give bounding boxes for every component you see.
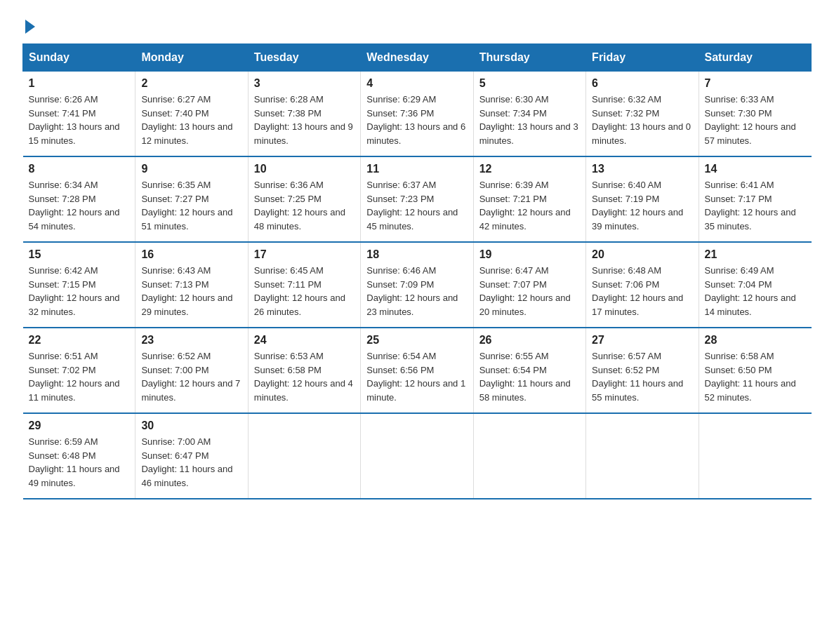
day-number: 22 bbox=[29, 334, 130, 347]
day-number: 13 bbox=[592, 163, 692, 175]
day-info: Sunrise: 6:36 AMSunset: 7:25 PMDaylight:… bbox=[254, 178, 355, 233]
day-cell: 21 Sunrise: 6:49 AMSunset: 7:04 PMDaylig… bbox=[699, 242, 811, 328]
day-info: Sunrise: 6:47 AMSunset: 7:07 PMDaylight:… bbox=[479, 264, 580, 318]
day-info: Sunrise: 6:46 AMSunset: 7:09 PMDaylight:… bbox=[366, 264, 467, 318]
day-cell: 28 Sunrise: 6:58 AMSunset: 6:50 PMDaylig… bbox=[699, 328, 811, 413]
week-row-5: 29 Sunrise: 6:59 AMSunset: 6:48 PMDaylig… bbox=[23, 413, 812, 499]
day-number: 7 bbox=[705, 77, 806, 90]
day-cell: 8 Sunrise: 6:34 AMSunset: 7:28 PMDayligh… bbox=[23, 156, 135, 242]
day-info: Sunrise: 6:37 AMSunset: 7:23 PMDaylight:… bbox=[366, 178, 467, 233]
day-number: 12 bbox=[479, 163, 580, 175]
day-info: Sunrise: 6:45 AMSunset: 7:11 PMDaylight:… bbox=[254, 264, 355, 318]
day-cell: 17 Sunrise: 6:45 AMSunset: 7:11 PMDaylig… bbox=[248, 242, 360, 328]
day-number: 3 bbox=[254, 77, 355, 90]
day-number: 10 bbox=[254, 163, 355, 175]
day-cell: 5 Sunrise: 6:30 AMSunset: 7:34 PMDayligh… bbox=[473, 72, 585, 157]
day-info: Sunrise: 6:35 AMSunset: 7:27 PMDaylight:… bbox=[141, 178, 241, 233]
day-number: 5 bbox=[479, 77, 580, 90]
day-info: Sunrise: 6:51 AMSunset: 7:02 PMDaylight:… bbox=[29, 349, 130, 404]
page-header bbox=[22, 17, 812, 31]
day-number: 1 bbox=[29, 77, 130, 90]
day-info: Sunrise: 7:00 AMSunset: 6:47 PMDaylight:… bbox=[141, 435, 241, 490]
day-info: Sunrise: 6:33 AMSunset: 7:30 PMDaylight:… bbox=[705, 93, 806, 147]
day-info: Sunrise: 6:59 AMSunset: 6:48 PMDaylight:… bbox=[29, 435, 130, 490]
day-cell: 27 Sunrise: 6:57 AMSunset: 6:52 PMDaylig… bbox=[586, 328, 699, 413]
week-row-3: 15 Sunrise: 6:42 AMSunset: 7:15 PMDaylig… bbox=[23, 242, 812, 328]
day-info: Sunrise: 6:42 AMSunset: 7:15 PMDaylight:… bbox=[29, 264, 130, 318]
week-row-2: 8 Sunrise: 6:34 AMSunset: 7:28 PMDayligh… bbox=[23, 156, 812, 242]
day-cell: 19 Sunrise: 6:47 AMSunset: 7:07 PMDaylig… bbox=[473, 242, 585, 328]
day-cell: 13 Sunrise: 6:40 AMSunset: 7:19 PMDaylig… bbox=[586, 156, 699, 242]
day-info: Sunrise: 6:43 AMSunset: 7:13 PMDaylight:… bbox=[141, 264, 241, 318]
header-cell-sunday: Sunday bbox=[23, 44, 135, 72]
day-cell: 9 Sunrise: 6:35 AMSunset: 7:27 PMDayligh… bbox=[135, 156, 248, 242]
day-info: Sunrise: 6:41 AMSunset: 7:17 PMDaylight:… bbox=[705, 178, 806, 233]
day-cell: 11 Sunrise: 6:37 AMSunset: 7:23 PMDaylig… bbox=[361, 156, 473, 242]
day-cell: 14 Sunrise: 6:41 AMSunset: 7:17 PMDaylig… bbox=[699, 156, 811, 242]
day-cell: 26 Sunrise: 6:55 AMSunset: 6:54 PMDaylig… bbox=[473, 328, 585, 413]
day-number: 20 bbox=[592, 248, 692, 261]
day-info: Sunrise: 6:28 AMSunset: 7:38 PMDaylight:… bbox=[254, 93, 355, 147]
day-number: 27 bbox=[592, 334, 692, 347]
day-cell: 4 Sunrise: 6:29 AMSunset: 7:36 PMDayligh… bbox=[361, 72, 473, 157]
day-number: 11 bbox=[366, 163, 467, 175]
day-cell: 25 Sunrise: 6:54 AMSunset: 6:56 PMDaylig… bbox=[361, 328, 473, 413]
day-number: 4 bbox=[366, 77, 467, 90]
day-cell: 7 Sunrise: 6:33 AMSunset: 7:30 PMDayligh… bbox=[699, 72, 811, 157]
day-info: Sunrise: 6:58 AMSunset: 6:50 PMDaylight:… bbox=[705, 349, 806, 404]
day-info: Sunrise: 6:48 AMSunset: 7:06 PMDaylight:… bbox=[592, 264, 692, 318]
header-cell-monday: Monday bbox=[135, 44, 248, 72]
day-cell: 1 Sunrise: 6:26 AMSunset: 7:41 PMDayligh… bbox=[23, 72, 135, 157]
day-number: 2 bbox=[141, 77, 241, 90]
day-cell bbox=[586, 413, 699, 499]
day-number: 9 bbox=[141, 163, 241, 175]
day-cell bbox=[699, 413, 811, 499]
header-cell-friday: Friday bbox=[586, 44, 699, 72]
day-number: 15 bbox=[29, 248, 130, 261]
day-info: Sunrise: 6:55 AMSunset: 6:54 PMDaylight:… bbox=[479, 349, 580, 404]
calendar-table: SundayMondayTuesdayWednesdayThursdayFrid… bbox=[22, 43, 812, 499]
day-number: 17 bbox=[254, 248, 355, 261]
day-number: 14 bbox=[705, 163, 806, 175]
day-number: 18 bbox=[366, 248, 467, 261]
day-info: Sunrise: 6:27 AMSunset: 7:40 PMDaylight:… bbox=[141, 93, 241, 147]
day-number: 25 bbox=[366, 334, 467, 347]
day-info: Sunrise: 6:54 AMSunset: 6:56 PMDaylight:… bbox=[366, 349, 467, 404]
logo bbox=[22, 17, 35, 31]
day-cell bbox=[473, 413, 585, 499]
day-cell: 29 Sunrise: 6:59 AMSunset: 6:48 PMDaylig… bbox=[23, 413, 135, 499]
week-row-1: 1 Sunrise: 6:26 AMSunset: 7:41 PMDayligh… bbox=[23, 72, 812, 157]
day-number: 6 bbox=[592, 77, 692, 90]
day-info: Sunrise: 6:29 AMSunset: 7:36 PMDaylight:… bbox=[366, 93, 467, 147]
day-info: Sunrise: 6:40 AMSunset: 7:19 PMDaylight:… bbox=[592, 178, 692, 233]
day-cell: 12 Sunrise: 6:39 AMSunset: 7:21 PMDaylig… bbox=[473, 156, 585, 242]
day-cell: 3 Sunrise: 6:28 AMSunset: 7:38 PMDayligh… bbox=[248, 72, 360, 157]
day-number: 29 bbox=[29, 420, 130, 432]
day-cell: 10 Sunrise: 6:36 AMSunset: 7:25 PMDaylig… bbox=[248, 156, 360, 242]
day-number: 16 bbox=[141, 248, 241, 261]
day-number: 28 bbox=[705, 334, 806, 347]
day-cell: 23 Sunrise: 6:52 AMSunset: 7:00 PMDaylig… bbox=[135, 328, 248, 413]
header-cell-thursday: Thursday bbox=[473, 44, 585, 72]
header-cell-tuesday: Tuesday bbox=[248, 44, 360, 72]
header-row: SundayMondayTuesdayWednesdayThursdayFrid… bbox=[23, 44, 812, 72]
day-info: Sunrise: 6:52 AMSunset: 7:00 PMDaylight:… bbox=[141, 349, 241, 404]
day-number: 26 bbox=[479, 334, 580, 347]
day-cell: 22 Sunrise: 6:51 AMSunset: 7:02 PMDaylig… bbox=[23, 328, 135, 413]
day-info: Sunrise: 6:57 AMSunset: 6:52 PMDaylight:… bbox=[592, 349, 692, 404]
day-cell: 20 Sunrise: 6:48 AMSunset: 7:06 PMDaylig… bbox=[586, 242, 699, 328]
day-info: Sunrise: 6:32 AMSunset: 7:32 PMDaylight:… bbox=[592, 93, 692, 147]
day-info: Sunrise: 6:34 AMSunset: 7:28 PMDaylight:… bbox=[29, 178, 130, 233]
day-number: 21 bbox=[705, 248, 806, 261]
day-cell: 15 Sunrise: 6:42 AMSunset: 7:15 PMDaylig… bbox=[23, 242, 135, 328]
day-cell bbox=[248, 413, 360, 499]
day-number: 19 bbox=[479, 248, 580, 261]
day-cell bbox=[361, 413, 473, 499]
day-number: 24 bbox=[254, 334, 355, 347]
day-number: 23 bbox=[141, 334, 241, 347]
week-row-4: 22 Sunrise: 6:51 AMSunset: 7:02 PMDaylig… bbox=[23, 328, 812, 413]
day-cell: 16 Sunrise: 6:43 AMSunset: 7:13 PMDaylig… bbox=[135, 242, 248, 328]
day-info: Sunrise: 6:53 AMSunset: 6:58 PMDaylight:… bbox=[254, 349, 355, 404]
day-info: Sunrise: 6:49 AMSunset: 7:04 PMDaylight:… bbox=[705, 264, 806, 318]
logo-triangle-icon bbox=[25, 20, 35, 34]
